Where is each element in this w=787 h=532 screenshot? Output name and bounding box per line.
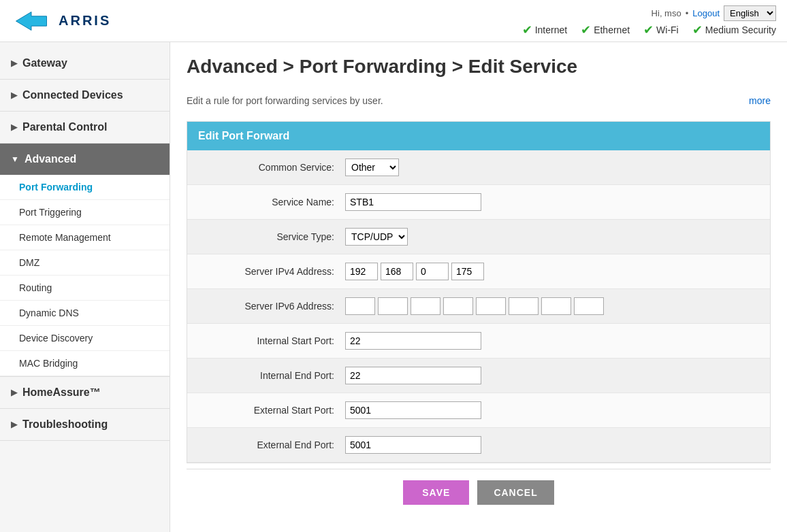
form-row-external-end-port: External End Port:: [187, 428, 770, 463]
sidebar-item-routing[interactable]: Routing: [0, 276, 170, 301]
internal-start-port-label: Internal Start Port:: [198, 335, 334, 346]
status-internet-label: Internet: [535, 24, 567, 35]
sidebar-item-troubleshooting[interactable]: ▶ Troubleshooting: [0, 409, 170, 440]
server-ipv4-label: Server IPv4 Address:: [198, 266, 334, 277]
header: ARRIS Hi, mso • Logout English Spanish F…: [0, 0, 787, 42]
sidebar-item-connected-devices[interactable]: ▶ Connected Devices: [0, 80, 170, 111]
page-title-area: Advanced > Port Forwarding > Edit Servic…: [187, 56, 771, 78]
arris-logo-icon: [11, 9, 52, 33]
language-select[interactable]: English Spanish French: [724, 5, 776, 21]
separator: •: [686, 8, 689, 18]
external-end-port-input[interactable]: [345, 436, 481, 454]
troubleshooting-arrow-icon: ▶: [11, 420, 17, 429]
sidebar-item-parental-control[interactable]: ▶ Parental Control: [0, 112, 170, 143]
user-info: Hi, mso • Logout English Spanish French: [652, 5, 776, 21]
ipv6-seg-8[interactable]: [574, 297, 604, 315]
buttons-row: SAVE CANCEL: [187, 469, 771, 516]
header-right: Hi, mso • Logout English Spanish French …: [522, 5, 776, 36]
sidebar-advanced-label: Advanced: [25, 153, 76, 165]
sidebar-item-mac-bridging[interactable]: MAC Bridging: [0, 351, 170, 376]
sidebar-item-port-forwarding[interactable]: Port Forwarding: [0, 175, 170, 200]
logo-text: ARRIS: [59, 13, 111, 29]
sidebar-item-remote-management[interactable]: Remote Management: [0, 225, 170, 250]
advanced-sub-items: Port Forwarding Port Triggering Remote M…: [0, 175, 170, 376]
main-layout: ▶ Gateway ▶ Connected Devices ▶ Parental…: [0, 42, 787, 532]
common-service-select[interactable]: Other FTP HTTP HTTPS SMTP POP3 SSH DNS C…: [345, 159, 399, 176]
form-row-internal-end-port: Internal End Port:: [187, 359, 770, 393]
edit-panel: Edit Port Forward Common Service: Other …: [187, 121, 771, 463]
ipv6-group: [345, 297, 604, 315]
form-row-ipv4: Server IPv4 Address:: [187, 254, 770, 289]
form-row-service-type: Service Type: TCP/UDP TCP UDP: [187, 220, 770, 254]
nav-section-troubleshooting: ▶ Troubleshooting: [0, 409, 170, 441]
advanced-arrow-icon: ▼: [11, 154, 19, 164]
ipv6-seg-2[interactable]: [378, 297, 408, 315]
parental-control-arrow-icon: ▶: [11, 122, 17, 132]
status-wifi: ✔ Wi-Fi: [643, 24, 679, 36]
form-row-external-start-port: External Start Port:: [187, 393, 770, 428]
ipv6-seg-3[interactable]: [411, 297, 440, 315]
form-row-common-service: Common Service: Other FTP HTTP HTTPS SMT…: [187, 150, 770, 185]
sidebar-troubleshooting-label: Troubleshooting: [22, 418, 108, 431]
sidebar-item-port-triggering[interactable]: Port Triggering: [0, 200, 170, 225]
ipv4-octet-1[interactable]: [345, 263, 378, 280]
save-button[interactable]: SAVE: [403, 480, 469, 505]
sidebar-item-advanced[interactable]: ▼ Advanced: [0, 144, 170, 175]
service-name-input[interactable]: [345, 193, 481, 211]
ipv6-seg-7[interactable]: [541, 297, 571, 315]
ipv6-seg-5[interactable]: [476, 297, 506, 315]
status-bar: ✔ Internet ✔ Ethernet ✔ Wi-Fi ✔ Medium S…: [522, 24, 776, 36]
connected-devices-arrow-icon: ▶: [11, 90, 17, 100]
ipv4-octet-2[interactable]: [381, 263, 413, 280]
logo-area: ARRIS: [11, 9, 111, 33]
status-security-label: Medium Security: [705, 24, 776, 35]
user-greeting: Hi, mso: [652, 8, 681, 18]
logout-link[interactable]: Logout: [692, 8, 720, 18]
ipv6-seg-4[interactable]: [443, 297, 473, 315]
sidebar-item-homeassure[interactable]: ▶ HomeAssure™: [0, 377, 170, 408]
sidebar-gateway-label: Gateway: [22, 57, 67, 69]
sidebar-item-dynamic-dns[interactable]: Dynamic DNS: [0, 301, 170, 326]
nav-section-gateway: ▶ Gateway: [0, 48, 170, 80]
page-title: Advanced > Port Forwarding > Edit Servic…: [187, 56, 771, 78]
status-ethernet-label: Ethernet: [594, 24, 630, 35]
sidebar-item-dmz[interactable]: DMZ: [0, 250, 170, 276]
sidebar-connected-devices-label: Connected Devices: [22, 89, 123, 101]
sidebar-parental-control-label: Parental Control: [22, 121, 107, 133]
external-start-port-input[interactable]: [345, 401, 481, 419]
nav-section-parental-control: ▶ Parental Control: [0, 112, 170, 144]
status-ethernet-icon: ✔: [581, 24, 591, 36]
external-end-port-label: External End Port:: [198, 439, 334, 450]
ipv4-octet-3[interactable]: [416, 263, 449, 280]
form-row-ipv6: Server IPv6 Address:: [187, 289, 770, 324]
service-name-label: Service Name:: [198, 197, 334, 207]
internal-end-port-input[interactable]: [345, 367, 481, 384]
service-type-select[interactable]: TCP/UDP TCP UDP: [345, 228, 408, 246]
sidebar-item-device-discovery[interactable]: Device Discovery: [0, 326, 170, 351]
ipv6-seg-1[interactable]: [345, 297, 375, 315]
status-internet: ✔ Internet: [522, 24, 567, 36]
form-row-internal-start-port: Internal Start Port:: [187, 324, 770, 359]
internal-start-port-input[interactable]: [345, 332, 481, 350]
sidebar-homeassure-label: HomeAssure™: [22, 386, 101, 399]
more-link[interactable]: more: [749, 95, 771, 106]
status-security-icon: ✔: [692, 24, 703, 36]
service-type-label: Service Type:: [198, 231, 334, 242]
sidebar: ▶ Gateway ▶ Connected Devices ▶ Parental…: [0, 42, 170, 532]
sidebar-item-gateway[interactable]: ▶ Gateway: [0, 48, 170, 79]
common-service-label: Common Service:: [198, 162, 334, 173]
description-row: Edit a rule for port forwarding services…: [187, 88, 771, 113]
nav-section-advanced: ▼ Advanced Port Forwarding Port Triggeri…: [0, 144, 170, 377]
ipv4-group: [345, 263, 484, 280]
server-ipv6-label: Server IPv6 Address:: [198, 301, 334, 312]
status-security: ✔ Medium Security: [692, 24, 776, 36]
status-ethernet: ✔ Ethernet: [581, 24, 630, 36]
ipv6-seg-6[interactable]: [509, 297, 539, 315]
form-row-service-name: Service Name:: [187, 185, 770, 220]
ipv4-octet-4[interactable]: [451, 263, 484, 280]
cancel-button[interactable]: CANCEL: [477, 480, 553, 505]
external-start-port-label: External Start Port:: [198, 405, 334, 416]
homeassure-arrow-icon: ▶: [11, 388, 17, 397]
edit-panel-header: Edit Port Forward: [187, 122, 770, 150]
content-area: Advanced > Port Forwarding > Edit Servic…: [170, 42, 787, 532]
